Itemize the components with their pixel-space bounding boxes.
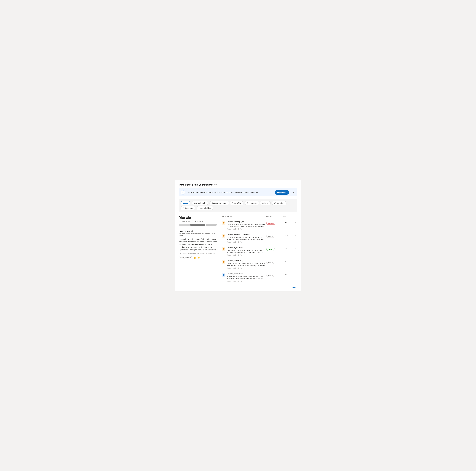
sparkle-icon	[180, 257, 182, 258]
col-sentiment: Sentiment	[266, 215, 281, 217]
banner-close-button[interactable]: ✕	[292, 191, 295, 194]
col-action	[293, 215, 297, 217]
theme-chip-supply-chain-issues[interactable]: Supply chain issues	[209, 201, 229, 205]
conv-text-2: Love seeing the positive vibes spreading…	[227, 249, 266, 254]
views-cell-0: 589	[281, 222, 293, 224]
table-row: Posted by Lydia Bauer Love seeing the po…	[222, 245, 297, 258]
sentiment-cell-3: Neutral	[266, 260, 281, 264]
table-header: Conversations Sentiment Views ↓	[222, 215, 297, 218]
conv-left-0: Posted by Amy Nguyen Feeling a bit down …	[222, 221, 266, 230]
theme-chip-ai-bugs[interactable]: AI Bugs	[260, 201, 271, 205]
theme-chip-year-end-results[interactable]: Year end results	[192, 201, 208, 205]
views-cell-1: 477	[281, 235, 293, 237]
theme-chip-ai-job-impact[interactable]: AI Job Impact	[181, 206, 195, 210]
conv-date-3: June 14, 2023, 9:34 AM	[227, 267, 266, 269]
conv-content-1: Posted by Lawrence Gilbertson Feeling a …	[227, 234, 266, 243]
conv-icon-0	[222, 221, 225, 225]
pagination: Next ›	[222, 286, 297, 288]
banner-icon	[181, 190, 185, 195]
conv-author-2: Posted by Lydia Bauer	[227, 247, 266, 249]
themes-bar: MoraleYear end resultsSupply chain issue…	[179, 199, 297, 212]
svg-point-0	[182, 192, 183, 193]
message-icon-4	[222, 274, 225, 276]
conv-author-1: Posted by Lawrence Gilbertson	[227, 234, 266, 236]
trend-chart-icon-0[interactable]	[294, 222, 296, 225]
ai-generated-badge: AI-generated	[179, 256, 192, 259]
theme-chip-morale[interactable]: Morale	[181, 201, 190, 205]
learn-more-button[interactable]: Learn more	[275, 190, 289, 195]
conv-content-4: Posted by Tim Deboer Noticing some tensi…	[227, 273, 266, 282]
conv-date-2: June 14, 2023, 9:34 AM	[227, 254, 266, 256]
info-icon[interactable]: i	[214, 184, 217, 186]
theme-chip-team-offsite[interactable]: Team offsite	[230, 201, 243, 205]
sentiment-cell-4: Neutral	[266, 273, 281, 277]
theme-chip-wellness-day[interactable]: Wellness Day	[272, 201, 287, 205]
sentiment-cell-0: Negative	[266, 221, 281, 225]
views-cell-3: 376	[281, 261, 293, 263]
page-title-row: Trending themes in your audience i	[179, 184, 297, 186]
col-views: Views ↓	[281, 215, 293, 217]
neutral-segment	[190, 224, 205, 226]
conv-content-0: Posted by Amy Nguyen Feeling a bit down …	[227, 221, 266, 230]
trend-icon-cell-1	[293, 234, 297, 238]
next-chevron-icon: ›	[297, 286, 297, 288]
participants-count: 275 participants	[192, 220, 203, 222]
conv-left-3: Posted by Astrid Wong Lately, I've felt …	[222, 260, 266, 269]
theme-chip-data-security[interactable]: Data security	[245, 201, 259, 205]
trend-icon-cell-0	[293, 221, 297, 225]
table-row: Posted by Astrid Wong Lately, I've felt …	[222, 258, 297, 271]
bulb-icon	[182, 191, 184, 194]
sentiment-cell-1: Neutral	[266, 234, 281, 238]
trend-chart-icon-1[interactable]	[294, 235, 296, 238]
table-row: Posted by Tim Deboer Noticing some tensi…	[222, 271, 297, 284]
trend-icon-cell-2	[293, 247, 297, 251]
trend-chart-icon-2[interactable]	[294, 248, 296, 251]
trend-chart-icon-3[interactable]	[294, 261, 296, 264]
page-title: Trending themes in your audience	[179, 184, 214, 186]
sentiment-badge-0: Negative	[266, 222, 275, 225]
thumbup-button[interactable]: 👍	[194, 257, 196, 259]
col-conversations: Conversations	[222, 215, 266, 217]
sentiment-cell-2: Positive	[266, 247, 281, 251]
conv-text-1: Feeling a bit disconnected from the team…	[227, 236, 266, 241]
sentiment-badge-2: Positive	[266, 248, 275, 251]
main-content: Morale 15 conversations • 275 participan…	[179, 215, 297, 288]
next-button[interactable]: Next ›	[292, 286, 297, 288]
conv-text-3: Lately, I've felt frustrated with the la…	[227, 262, 266, 267]
negative-segment	[179, 224, 190, 226]
theme-title: Morale	[179, 215, 217, 220]
ai-footer: AI-generated 👍 👎	[179, 256, 217, 259]
trending-label: Trending neutral	[179, 230, 217, 232]
theme-chip-hacking-incident[interactable]: Hacking incident	[197, 206, 213, 210]
conv-icon-4	[222, 273, 225, 277]
trend-icon-cell-3	[293, 260, 297, 264]
sentiment-badge-1: Neutral	[266, 235, 274, 238]
trending-sublabel: Sentiment across conversations with this…	[179, 233, 217, 236]
trend-indicator: ▲	[181, 226, 217, 228]
conv-icon-1	[222, 234, 225, 238]
ai-banner: Themes and sentiment are powered by AI. …	[179, 189, 297, 196]
message-icon-2	[222, 248, 225, 250]
conv-content-3: Posted by Astrid Wong Lately, I've felt …	[227, 260, 266, 269]
conv-author-0: Posted by Amy Nguyen	[227, 221, 266, 223]
conv-left-4: Posted by Tim Deboer Noticing some tensi…	[222, 273, 266, 282]
conv-text-4: Noticing some tension brewing within the…	[227, 275, 266, 280]
conv-author-3: Posted by Astrid Wong	[227, 260, 266, 262]
conv-left-2: Posted by Lydia Bauer Love seeing the po…	[222, 247, 266, 256]
left-panel: Morale 15 conversations • 275 participan…	[179, 215, 217, 288]
thumbdown-button[interactable]: 👎	[197, 257, 200, 259]
trend-chart-icon-4[interactable]	[294, 274, 296, 277]
views-cell-4: 352	[281, 274, 293, 276]
message-icon-1	[222, 235, 225, 237]
trend-icon-cell-4	[293, 273, 297, 277]
theme-meta: 15 conversations • 275 participants	[179, 220, 217, 222]
conversations-list: Posted by Amy Nguyen Feeling a bit down …	[222, 219, 297, 284]
views-cell-2: 413	[281, 248, 293, 250]
message-icon-0	[222, 222, 225, 224]
conv-icon-2	[222, 247, 225, 251]
sentiment-badge-3: Neutral	[266, 261, 274, 264]
table-row: Posted by Amy Nguyen Feeling a bit down …	[222, 219, 297, 232]
conv-icon-3	[222, 260, 225, 264]
table-row: Posted by Lawrence Gilbertson Feeling a …	[222, 232, 297, 245]
banner-text: Themes and sentiment are powered by AI. …	[187, 192, 273, 193]
